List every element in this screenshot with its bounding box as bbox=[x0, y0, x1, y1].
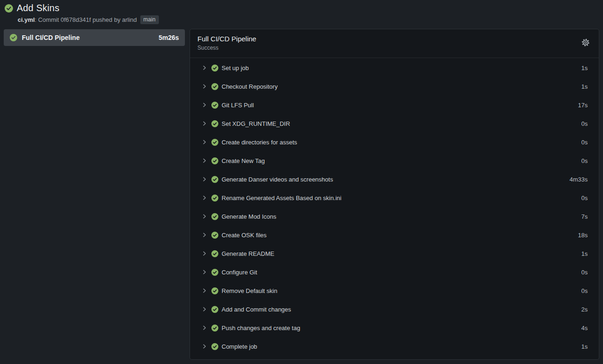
page-title: Add Skins bbox=[17, 3, 59, 13]
step-success-icon bbox=[211, 157, 218, 164]
step-name: Create OSK files bbox=[222, 232, 578, 239]
step-duration: 1s bbox=[581, 250, 588, 257]
step-success-icon bbox=[211, 176, 218, 183]
step-name: Push changes and create tag bbox=[222, 325, 581, 332]
step-name: Complete job bbox=[222, 343, 581, 350]
step-success-icon bbox=[211, 102, 218, 109]
step-success-icon bbox=[211, 120, 218, 127]
chevron-right-icon bbox=[202, 269, 207, 275]
step-row-complete-job[interactable]: Complete job 1s bbox=[190, 337, 599, 356]
chevron-right-icon bbox=[202, 65, 207, 71]
chevron-right-icon bbox=[202, 102, 207, 108]
step-duration: 1s bbox=[581, 65, 588, 72]
step-success-icon bbox=[211, 213, 218, 220]
step-duration: 0s bbox=[581, 157, 588, 164]
step-duration: 18s bbox=[578, 232, 588, 239]
step-name: Generate Danser videos and screenshots bbox=[222, 176, 570, 183]
job-panel-title: Full CI/CD Pipeline bbox=[197, 34, 591, 44]
step-success-icon bbox=[211, 195, 218, 202]
jobs-sidebar: Full CI/CD Pipeline 5m26s bbox=[4, 29, 185, 46]
chevron-right-icon bbox=[202, 158, 207, 163]
chevron-right-icon bbox=[202, 84, 207, 89]
step-duration: 4s bbox=[581, 325, 588, 332]
step-duration: 4m33s bbox=[570, 176, 588, 183]
step-name: Set up job bbox=[222, 65, 581, 72]
run-header: Add Skins ci.yml: Commit 0f678d341f push… bbox=[5, 3, 159, 24]
job-item-full-pipeline[interactable]: Full CI/CD Pipeline 5m26s bbox=[4, 29, 185, 46]
step-name: Generate Mod Icons bbox=[222, 213, 581, 220]
chevron-right-icon bbox=[202, 251, 207, 256]
step-duration: 2s bbox=[581, 306, 588, 313]
step-name: Set XDG_RUNTIME_DIR bbox=[222, 120, 581, 127]
step-success-icon bbox=[211, 269, 218, 276]
step-success-icon bbox=[211, 287, 218, 294]
step-duration: 0s bbox=[581, 287, 588, 294]
step-success-icon bbox=[211, 325, 218, 332]
step-row-generate-mod-icons[interactable]: Generate Mod Icons 7s bbox=[190, 207, 599, 226]
step-duration: 17s bbox=[578, 102, 588, 109]
step-name: Remove Default skin bbox=[222, 287, 581, 294]
step-name: Checkout Repository bbox=[222, 83, 581, 90]
step-duration: 0s bbox=[581, 139, 588, 146]
step-row-git-lfs-pull[interactable]: Git LFS Pull 17s bbox=[190, 96, 599, 114]
branch-badge[interactable]: main bbox=[140, 15, 159, 24]
step-duration: 1s bbox=[581, 343, 588, 350]
step-success-icon bbox=[211, 83, 218, 90]
step-row-push-changes[interactable]: Push changes and create tag 4s bbox=[190, 318, 599, 337]
step-name: Create New Tag bbox=[222, 157, 581, 164]
step-success-icon bbox=[211, 343, 218, 350]
chevron-right-icon bbox=[202, 195, 207, 201]
workflow-file-name: ci.yml bbox=[18, 16, 35, 23]
step-row-configure-git[interactable]: Configure Git 0s bbox=[190, 263, 599, 281]
step-row-create-osk-files[interactable]: Create OSK files 18s bbox=[190, 226, 599, 244]
step-row-generate-danser-videos[interactable]: Generate Danser videos and screenshots 4… bbox=[190, 170, 599, 188]
job-name: Full CI/CD Pipeline bbox=[22, 34, 154, 41]
commit-description: : Commit 0f678d341f pushed by arlind bbox=[35, 16, 137, 23]
chevron-right-icon bbox=[202, 232, 207, 238]
step-success-icon bbox=[211, 306, 218, 313]
step-row-set-up-job[interactable]: Set up job 1s bbox=[190, 58, 599, 77]
step-success-icon bbox=[211, 65, 218, 72]
step-name: Add and Commit changes bbox=[222, 306, 581, 313]
job-settings-button[interactable] bbox=[580, 38, 590, 48]
chevron-right-icon bbox=[202, 176, 207, 182]
step-name: Configure Git bbox=[222, 269, 581, 276]
step-row-checkout-repository[interactable]: Checkout Repository 1s bbox=[190, 77, 599, 96]
job-success-icon bbox=[10, 34, 17, 41]
commit-text: ci.yml: Commit 0f678d341f pushed by arli… bbox=[18, 16, 137, 23]
step-row-generate-readme[interactable]: Generate README 1s bbox=[190, 244, 599, 263]
job-duration: 5m26s bbox=[158, 34, 179, 41]
step-name: Rename Generated Assets Based on skin.in… bbox=[222, 195, 581, 202]
chevron-right-icon bbox=[202, 121, 207, 126]
step-duration: 1s bbox=[581, 83, 588, 90]
steps-list: Set up job 1s Checkout Repository 1s Git… bbox=[190, 58, 599, 359]
job-status-text: Success bbox=[197, 44, 591, 52]
step-row-add-and-commit[interactable]: Add and Commit changes 2s bbox=[190, 300, 599, 318]
step-duration: 0s bbox=[581, 120, 588, 127]
actions-run-page: Add Skins ci.yml: Commit 0f678d341f push… bbox=[0, 0, 603, 364]
step-duration: 7s bbox=[581, 213, 588, 220]
step-row-set-xdg-runtime-dir[interactable]: Set XDG_RUNTIME_DIR 0s bbox=[190, 114, 599, 133]
chevron-right-icon bbox=[202, 325, 207, 331]
job-panel-header: Full CI/CD Pipeline Success bbox=[190, 29, 599, 58]
step-row-rename-generated-assets[interactable]: Rename Generated Assets Based on skin.in… bbox=[190, 188, 599, 207]
step-row-create-new-tag[interactable]: Create New Tag 0s bbox=[190, 151, 599, 170]
step-duration: 0s bbox=[581, 269, 588, 276]
job-detail-panel: Full CI/CD Pipeline Success Set up job 1… bbox=[190, 29, 599, 360]
step-name: Generate README bbox=[222, 250, 581, 257]
chevron-right-icon bbox=[202, 139, 207, 145]
step-success-icon bbox=[211, 139, 218, 146]
step-name: Git LFS Pull bbox=[222, 102, 578, 109]
chevron-right-icon bbox=[202, 214, 207, 219]
gear-icon bbox=[581, 38, 590, 48]
step-row-create-directories[interactable]: Create directories for assets 0s bbox=[190, 133, 599, 151]
chevron-right-icon bbox=[202, 344, 207, 349]
step-name: Create directories for assets bbox=[222, 139, 581, 146]
step-duration: 0s bbox=[581, 195, 588, 202]
chevron-right-icon bbox=[202, 288, 207, 293]
run-success-icon bbox=[5, 4, 13, 13]
step-success-icon bbox=[211, 232, 218, 239]
commit-summary: ci.yml: Commit 0f678d341f pushed by arli… bbox=[18, 15, 159, 24]
chevron-right-icon bbox=[202, 306, 207, 312]
step-row-remove-default-skin[interactable]: Remove Default skin 0s bbox=[190, 281, 599, 300]
